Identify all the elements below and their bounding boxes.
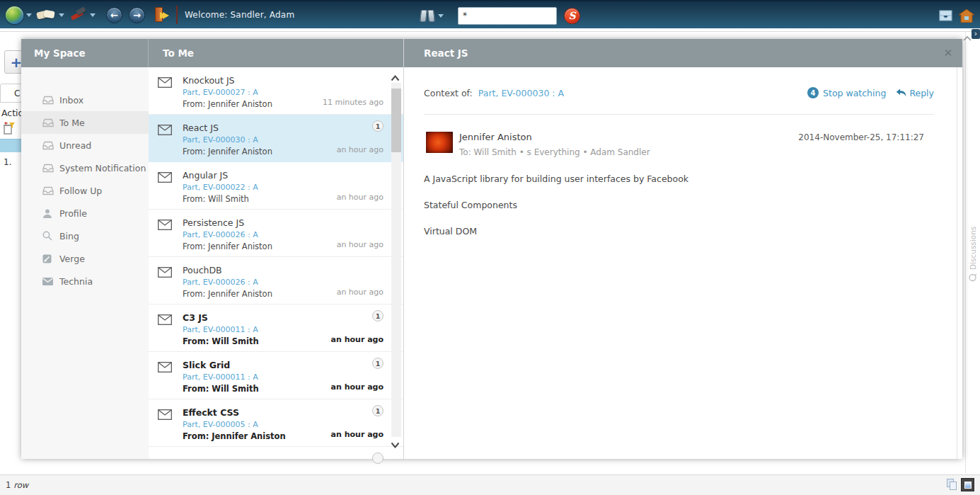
statusbar-icons <box>947 478 974 491</box>
message-title: Slick Grid <box>183 360 393 370</box>
message-header: Jennifer Aniston 2014-November-25, 17:11… <box>424 130 934 157</box>
inbox-tray-icon <box>42 186 54 195</box>
topbar-search-area: S <box>420 1 580 30</box>
sidebar-item[interactable]: Bing <box>21 224 149 247</box>
search-submit-button[interactable]: S <box>564 8 580 24</box>
tools-menu-caret-icon[interactable] <box>90 13 96 17</box>
close-icon[interactable] <box>944 49 952 57</box>
discussions-side-tab[interactable]: Discussions <box>967 197 979 282</box>
tools-hammer-icon[interactable] <box>69 7 87 23</box>
sidebar-item[interactable]: Technia <box>21 270 149 292</box>
part-context-link[interactable]: Part, EV-000026 : A <box>183 278 393 287</box>
message-time: 11 minutes ago <box>323 98 384 107</box>
list-scrollbar-thumb[interactable] <box>391 89 401 152</box>
search-binoculars-icon[interactable] <box>420 10 435 22</box>
sidebar-item[interactable]: To Me <box>21 111 149 134</box>
global-search-input[interactable] <box>458 7 557 25</box>
unread-count-badge: 1 <box>372 310 384 322</box>
speech-bubble-icon <box>969 273 977 282</box>
app-menu-caret-icon[interactable] <box>26 13 32 17</box>
inbox-tray-icon <box>42 118 54 127</box>
message-paragraph: Virtual DOM <box>424 227 934 236</box>
message-body: A JavaScript library for building user i… <box>424 174 934 236</box>
message-time: an hour ago <box>331 382 384 392</box>
house-icon <box>959 9 974 23</box>
envelope-icon <box>158 362 172 375</box>
reply-button[interactable]: Reply <box>909 88 934 98</box>
part-context-link[interactable]: Part, EV-000011 : A <box>183 372 393 382</box>
my-space-overlay: My Space <box>21 39 962 459</box>
scroll-down-chevron-icon[interactable] <box>391 438 400 451</box>
part-context-link[interactable]: Part, EV-000030 : A <box>183 135 393 144</box>
actions-handshake-icon[interactable] <box>36 8 56 21</box>
discussions-tab-label: Discussions <box>969 227 977 270</box>
binoculars-icon <box>420 10 435 22</box>
context-divider <box>424 114 934 115</box>
sidebar-item-label: Inbox <box>59 95 83 106</box>
next-page-button[interactable]: › <box>972 29 980 39</box>
sidebar-item[interactable]: Profile <box>21 202 149 224</box>
message-title: React JS <box>183 123 393 133</box>
message-list-item[interactable]: Slick Grid Part, EV-000011 : A From: Wil… <box>149 352 403 399</box>
message-time: an hour ago <box>331 430 384 439</box>
detail-title: React JS <box>424 47 468 59</box>
fullscreen-toggle-icon[interactable] <box>961 478 974 491</box>
sidebar-item-icon <box>42 164 59 173</box>
unread-count-badge: 1 <box>372 405 384 416</box>
context-part-link[interactable]: Part, EV-000030 : A <box>478 88 564 98</box>
message-list-item[interactable]: Knockout JS Part, EV-000027 : A From: Je… <box>149 67 403 115</box>
forward-button[interactable]: → <box>129 7 145 23</box>
copy-pages-icon[interactable] <box>947 479 957 491</box>
actions-menu-caret-icon[interactable] <box>59 13 64 17</box>
person-icon <box>42 209 52 218</box>
message-time: an hour ago <box>337 288 384 297</box>
envelope-icon <box>158 267 172 280</box>
part-context-link[interactable]: Part, EV-000027 : A <box>183 88 393 97</box>
message-list-item[interactable]: Effeckt CSS Part, EV-000005 : A From: Je… <box>149 399 403 447</box>
status-bar: 1row <box>0 474 980 495</box>
app-globe-icon[interactable] <box>6 6 23 24</box>
author-avatar <box>426 132 453 153</box>
stop-watching-button[interactable]: Stop watching <box>823 88 886 98</box>
unread-count-badge <box>372 453 384 464</box>
sidebar-item-icon <box>42 118 59 127</box>
hammer-icon <box>69 7 87 23</box>
message-list-item[interactable]: PouchDB Part, EV-000026 : A From: Jennif… <box>149 257 403 305</box>
inbox-tray-icon[interactable] <box>938 10 953 21</box>
envelope-icon <box>158 409 172 423</box>
page-right-edge-line <box>965 31 966 473</box>
part-context-link[interactable]: Part, EV-000005 : A <box>183 420 393 429</box>
message-list-item[interactable]: C3 JS Part, EV-000011 : A From: Will Smi… <box>149 305 403 352</box>
inbox-tray-icon <box>42 96 54 105</box>
collapse-header-chevron-icon[interactable] <box>963 30 972 44</box>
message-list-item[interactable]: Angular JS Part, EV-000022 : A From: Wil… <box>149 162 403 210</box>
handshake-icon <box>36 8 56 21</box>
message-paragraph: Stateful Components <box>424 200 934 210</box>
sidebar-item[interactable]: Follow Up <box>21 179 149 202</box>
background-selected-row[interactable] <box>0 139 21 152</box>
delete-filter-icon[interactable] <box>3 122 16 138</box>
message-list-item[interactable]: Persistence JS Part, EV-000026 : A From:… <box>149 210 403 257</box>
detail-scrollbar-track[interactable] <box>957 67 957 459</box>
top-navigation-bar: ← → Welcome: Sandler, Adam S <box>0 0 980 28</box>
sidebar-item[interactable]: Inbox <box>21 89 149 111</box>
context-label: Context of: <box>424 88 473 98</box>
sidebar-item[interactable]: Verge <box>21 247 149 270</box>
part-context-link[interactable]: Part, EV-000022 : A <box>183 183 393 192</box>
sidebar-item-icon <box>42 278 59 285</box>
search-type-caret-icon[interactable] <box>438 14 444 18</box>
part-context-link[interactable]: Part, EV-000026 : A <box>183 230 393 239</box>
partially-visible-message-item[interactable] <box>149 447 403 459</box>
home-icon[interactable] <box>959 9 974 23</box>
back-button[interactable]: ← <box>106 7 122 23</box>
logout-button[interactable] <box>154 6 168 23</box>
sidebar-item[interactable]: Unread <box>21 134 149 157</box>
sidebar-item-label: System Notification <box>59 163 146 173</box>
sidebar-item[interactable]: System Notification <box>21 157 149 179</box>
message-list-item[interactable]: React JS Part, EV-000030 : A From: Jenni… <box>149 115 403 162</box>
background-tab[interactable]: C <box>0 84 24 103</box>
sidebar-item-label: To Me <box>59 118 85 128</box>
my-space-sidebar: My Space <box>21 39 149 459</box>
part-context-link[interactable]: Part, EV-000011 : A <box>183 325 393 334</box>
context-row: Context of: Part, EV-000030 : A 4 Stop w… <box>424 86 934 100</box>
